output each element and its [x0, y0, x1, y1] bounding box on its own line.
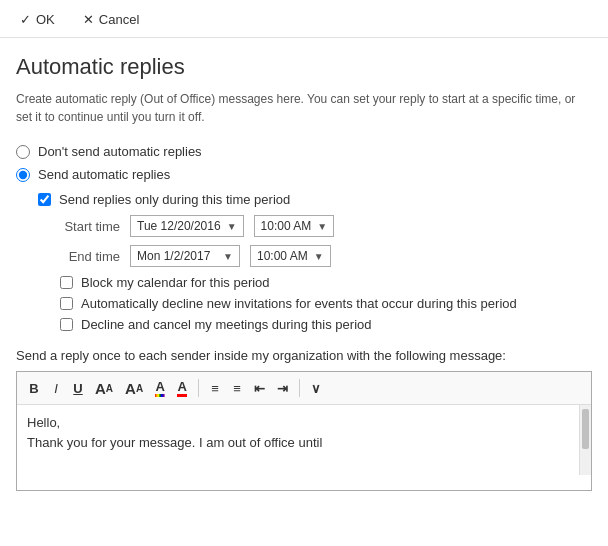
end-time-arrow-icon: ▼	[314, 251, 324, 262]
start-date-value: Tue 12/20/2016	[137, 219, 221, 233]
numbering-icon: ≡	[233, 381, 241, 396]
end-time-row: End time Mon 1/2/2017 ▼ 10:00 AM ▼	[60, 245, 592, 267]
x-icon: ✕	[83, 12, 94, 27]
start-time-value: 10:00 AM	[261, 219, 312, 233]
end-time-label: End time	[60, 249, 120, 264]
start-time-row: Start time Tue 12/20/2016 ▼ 10:00 AM ▼	[60, 215, 592, 237]
time-period-item: Send replies only during this time perio…	[38, 192, 592, 207]
block-calendar-label: Block my calendar for this period	[81, 275, 270, 290]
start-date-dropdown[interactable]: Tue 12/20/2016 ▼	[130, 215, 244, 237]
italic-icon: I	[54, 381, 58, 396]
font-color-rainbow-icon: A	[155, 379, 164, 394]
cancel-button[interactable]: ✕ Cancel	[79, 10, 143, 29]
decrease-indent-icon: ⇤	[254, 381, 265, 396]
font-size-decrease-small-icon: A	[136, 383, 143, 394]
end-time-value: 10:00 AM	[257, 249, 308, 263]
start-date-arrow-icon: ▼	[227, 221, 237, 232]
underline-button[interactable]: U	[69, 379, 87, 398]
decline-cancel-item: Decline and cancel my meetings during th…	[60, 317, 592, 332]
send-radio[interactable]	[16, 168, 30, 182]
time-period-checkbox[interactable]	[38, 193, 51, 206]
dont-send-radio[interactable]	[16, 145, 30, 159]
decline-invitations-checkbox[interactable]	[60, 297, 73, 310]
bullets-icon: ≡	[211, 381, 219, 396]
font-size-large-icon: A	[95, 380, 106, 397]
dont-send-label: Don't send automatic replies	[38, 144, 202, 159]
extra-checkboxes: Block my calendar for this period Automa…	[60, 275, 592, 332]
font-color-red-button[interactable]: A	[173, 377, 191, 399]
decline-cancel-label: Decline and cancel my meetings during th…	[81, 317, 372, 332]
start-time-label: Start time	[60, 219, 120, 234]
toolbar-divider-2	[299, 379, 300, 397]
editor-line-1: Hello,	[27, 413, 569, 433]
end-date-arrow-icon: ▼	[223, 251, 233, 262]
send-options: Send replies only during this time perio…	[38, 192, 592, 332]
ok-label: OK	[36, 12, 55, 27]
check-icon: ✓	[20, 12, 31, 27]
send-label: Send automatic replies	[38, 167, 170, 182]
cancel-label: Cancel	[99, 12, 139, 27]
decline-cancel-checkbox[interactable]	[60, 318, 73, 331]
scrollbar[interactable]	[579, 405, 591, 475]
font-size-small-button[interactable]: AA	[121, 378, 147, 399]
toolbar-divider-1	[198, 379, 199, 397]
block-calendar-item: Block my calendar for this period	[60, 275, 592, 290]
end-date-value: Mon 1/2/2017	[137, 249, 210, 263]
font-color-rainbow-button[interactable]: A	[151, 377, 169, 399]
font-size-decrease-icon: A	[125, 380, 136, 397]
block-calendar-checkbox[interactable]	[60, 276, 73, 289]
time-period-label: Send replies only during this time perio…	[59, 192, 290, 207]
editor-body[interactable]: Hello, Thank you for your message. I am …	[17, 405, 579, 475]
main-content: Automatic replies Create automatic reply…	[0, 38, 608, 491]
decrease-indent-button[interactable]: ⇤	[250, 379, 269, 398]
editor-container: B I U AA AA A A	[16, 371, 592, 491]
more-options-icon: ∨	[311, 381, 321, 396]
reply-section: Send a reply once to each sender inside …	[16, 348, 592, 491]
reply-mode-group: Don't send automatic replies Send automa…	[16, 144, 592, 182]
ok-button[interactable]: ✓ OK	[16, 10, 59, 29]
start-time-dropdown[interactable]: 10:00 AM ▼	[254, 215, 335, 237]
decline-invitations-label: Automatically decline new invitations fo…	[81, 296, 517, 311]
italic-button[interactable]: I	[47, 379, 65, 398]
page-description: Create automatic reply (Out of Office) m…	[16, 90, 592, 126]
start-time-arrow-icon: ▼	[317, 221, 327, 232]
font-size-large-button[interactable]: AA	[91, 378, 117, 399]
bold-icon: B	[29, 381, 38, 396]
decline-invitations-item: Automatically decline new invitations fo…	[60, 296, 592, 311]
editor-with-scroll: Hello, Thank you for your message. I am …	[17, 405, 591, 475]
font-size-small-icon: A	[106, 383, 113, 394]
bullets-button[interactable]: ≡	[206, 379, 224, 398]
editor-content-area[interactable]: Hello, Thank you for your message. I am …	[17, 405, 579, 475]
end-time-dropdown[interactable]: 10:00 AM ▼	[250, 245, 331, 267]
top-bar: ✓ OK ✕ Cancel	[0, 0, 608, 38]
reply-section-label: Send a reply once to each sender inside …	[16, 348, 592, 363]
font-color-red-icon: A	[177, 379, 186, 394]
dont-send-option[interactable]: Don't send automatic replies	[16, 144, 592, 159]
send-option[interactable]: Send automatic replies	[16, 167, 592, 182]
page-title: Automatic replies	[16, 54, 592, 80]
time-fields: Start time Tue 12/20/2016 ▼ 10:00 AM ▼ E…	[60, 215, 592, 267]
end-date-dropdown[interactable]: Mon 1/2/2017 ▼	[130, 245, 240, 267]
bold-button[interactable]: B	[25, 379, 43, 398]
editor-toolbar: B I U AA AA A A	[17, 372, 591, 405]
scrollbar-thumb[interactable]	[582, 409, 589, 449]
increase-indent-icon: ⇥	[277, 381, 288, 396]
underline-icon: U	[73, 381, 82, 396]
more-options-button[interactable]: ∨	[307, 379, 325, 398]
increase-indent-button[interactable]: ⇥	[273, 379, 292, 398]
editor-line-2: Thank you for your message. I am out of …	[27, 433, 569, 453]
numbering-button[interactable]: ≡	[228, 379, 246, 398]
